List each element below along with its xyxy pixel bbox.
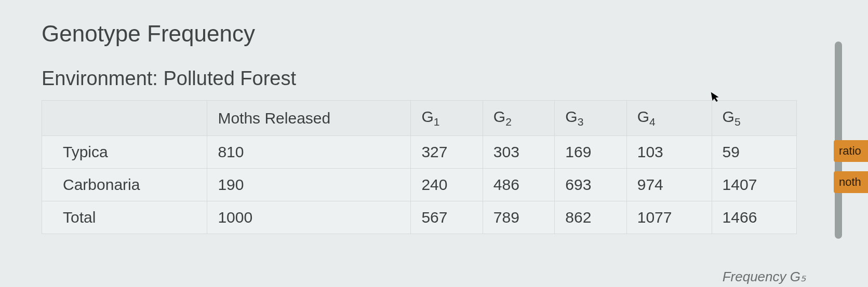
footer-fragment: Frequency G₅ (723, 269, 806, 285)
row-label-total: Total (42, 201, 207, 234)
right-side-tabs: ratio noth (834, 140, 868, 193)
row-label-carbonaria: Carbonaria (42, 169, 207, 201)
col-g2: G2 (483, 101, 554, 136)
page-title: Genotype Frequency (42, 21, 837, 47)
cell: 1407 (712, 169, 797, 201)
cell: 327 (411, 136, 483, 169)
cell: 169 (555, 136, 626, 169)
cell: 486 (483, 169, 554, 201)
col-g4: G4 (626, 101, 712, 136)
col-moths-released: Moths Released (207, 101, 411, 136)
cell: 1466 (712, 201, 797, 234)
col-g5: G5 (712, 101, 797, 136)
page-subtitle: Environment: Polluted Forest (42, 67, 837, 90)
table-row: Typica 810 327 303 169 103 59 (42, 136, 797, 169)
cell: 240 (411, 169, 483, 201)
cell: 693 (555, 169, 626, 201)
row-label-typica: Typica (42, 136, 207, 169)
cell: 810 (207, 136, 411, 169)
table-header-row: Moths Released G1 G2 G3 G4 G5 (42, 101, 797, 136)
cell: 862 (555, 201, 626, 234)
col-blank (42, 101, 207, 136)
cell: 190 (207, 169, 411, 201)
side-tab-ratio[interactable]: ratio (834, 140, 868, 162)
cell: 1000 (207, 201, 411, 234)
col-g3: G3 (555, 101, 626, 136)
frequency-table: Moths Released G1 G2 G3 G4 G5 Typica 810… (42, 100, 797, 234)
col-g1: G1 (411, 101, 483, 136)
cell: 1077 (626, 201, 712, 234)
cell: 789 (483, 201, 554, 234)
table-row: Carbonaria 190 240 486 693 974 1407 (42, 169, 797, 201)
cell: 59 (712, 136, 797, 169)
cell: 567 (411, 201, 483, 234)
side-tab-noth[interactable]: noth (834, 171, 868, 193)
content-area: Genotype Frequency Environment: Polluted… (0, 0, 868, 234)
table-row: Total 1000 567 789 862 1077 1466 (42, 201, 797, 234)
cell: 103 (626, 136, 712, 169)
cell: 303 (483, 136, 554, 169)
cell: 974 (626, 169, 712, 201)
